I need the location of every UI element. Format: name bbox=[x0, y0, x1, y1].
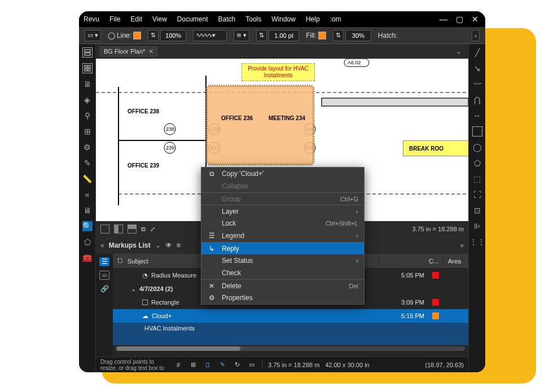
ctx-properties[interactable]: ⚙ Properties bbox=[201, 292, 364, 304]
file-access-icon[interactable]: 🗎 bbox=[82, 79, 93, 89]
close-tab-icon[interactable]: ✕ bbox=[148, 48, 153, 55]
toolbar-overflow-button[interactable]: › bbox=[472, 30, 480, 41]
thumbnails-icon[interactable] bbox=[82, 47, 93, 58]
signatures-icon[interactable]: ✎ bbox=[82, 158, 93, 168]
window-close-button[interactable]: ✕ bbox=[469, 14, 481, 25]
toolbox-icon[interactable]: 🧰 bbox=[82, 253, 93, 263]
grid-snap-icon[interactable]: # bbox=[174, 360, 183, 369]
studio-icon[interactable]: 🖥 bbox=[82, 205, 93, 215]
measure-icon[interactable]: 📏 bbox=[82, 174, 93, 184]
reuse-icon[interactable]: ↻ bbox=[232, 360, 241, 369]
linewidth-stepper-toggle[interactable]: ⇅ bbox=[256, 30, 267, 41]
tab-list-dropdown[interactable]: ⌄ bbox=[453, 46, 465, 56]
settings-icon[interactable]: ⚙ bbox=[82, 142, 93, 152]
delete-icon: ✕ bbox=[207, 282, 216, 290]
ctx-reply[interactable]: ↳ Reply bbox=[201, 242, 364, 254]
col-color[interactable]: C... bbox=[424, 258, 443, 265]
align-tool-icon[interactable]: ⊫ bbox=[472, 221, 482, 231]
fit-page-icon[interactable]: ⤢ bbox=[150, 226, 155, 233]
cloud-icon: ☁ bbox=[142, 312, 148, 320]
wave-style-dropdown[interactable]: ≋ ▾ bbox=[234, 30, 249, 41]
ctx-layer[interactable]: Layer › bbox=[201, 205, 364, 217]
zoom-stepper-toggle[interactable]: ⇅ bbox=[148, 30, 159, 41]
ctx-legend[interactable]: ☰ Legend › bbox=[201, 230, 364, 242]
grid-icon[interactable] bbox=[82, 63, 93, 73]
search-icon[interactable]: 🔍 bbox=[82, 221, 93, 231]
markups-dropdown-icon[interactable]: ⌄ bbox=[155, 241, 161, 249]
polygon-tool-icon[interactable]: ⬠ bbox=[472, 158, 482, 168]
ctx-copy[interactable]: ⧉ Copy 'Cloud+' bbox=[201, 168, 364, 180]
line-width-input[interactable] bbox=[269, 30, 299, 41]
snap-content-icon[interactable]: 🗋 bbox=[203, 360, 212, 369]
col-checkbox-icon[interactable]: ☐ bbox=[113, 257, 123, 265]
sets-icon[interactable]: ⬠ bbox=[82, 237, 93, 247]
drag-hint-text: Drag control points to resize, or drag t… bbox=[100, 359, 168, 371]
split-vertical-icon[interactable] bbox=[114, 224, 123, 234]
zoom-input[interactable] bbox=[160, 30, 186, 41]
layers-icon[interactable]: ◈ bbox=[82, 95, 93, 105]
markups-list-view-icon[interactable]: ☰ bbox=[99, 257, 109, 266]
shape-dropdown[interactable]: ▭ ▾ bbox=[85, 30, 101, 41]
image-tool-icon[interactable]: ⊡ bbox=[472, 205, 482, 215]
window-maximize-button[interactable]: ▢ bbox=[454, 14, 465, 25]
menu-revu[interactable]: Revu bbox=[84, 15, 99, 23]
markups-menu-icon[interactable]: ≡ bbox=[177, 241, 181, 249]
crop-tool-icon[interactable]: ⛶ bbox=[472, 190, 482, 200]
window-minimize-button[interactable]: — bbox=[438, 14, 449, 25]
line-style-dropdown[interactable]: ∿∿∿∿ ▾ bbox=[193, 30, 227, 41]
arc-tool-icon[interactable]: ⋂ bbox=[472, 95, 482, 105]
markup-reply-row[interactable]: HVAC Instalments bbox=[113, 323, 468, 345]
pen-tool-icon[interactable]: ╱ bbox=[472, 47, 482, 58]
menu-file[interactable]: File bbox=[109, 15, 120, 23]
collapse-left-icon[interactable]: « bbox=[82, 190, 93, 200]
document-tab[interactable]: BG Floor Plan* ✕ bbox=[99, 46, 158, 57]
opacity-input[interactable] bbox=[345, 30, 371, 41]
submenu-arrow-icon: › bbox=[356, 257, 358, 265]
line-color-swatch[interactable] bbox=[133, 32, 141, 39]
menu-batch[interactable]: Batch bbox=[218, 15, 236, 23]
menu-tools[interactable]: Tools bbox=[245, 15, 261, 23]
split-horizontal-icon[interactable] bbox=[128, 224, 137, 234]
svg-rect-3 bbox=[88, 65, 90, 68]
opacity-stepper-toggle[interactable]: ⇅ bbox=[333, 30, 344, 41]
snap-icon[interactable]: ⊞ bbox=[188, 360, 197, 369]
menu-window[interactable]: Window bbox=[271, 15, 296, 23]
ctx-check[interactable]: Check bbox=[201, 267, 364, 279]
cloud-markup[interactable] bbox=[207, 86, 314, 165]
ctx-group: Group Ctrl+G bbox=[201, 192, 364, 205]
markup-row-cloud[interactable]: ☁ Cloud+ 5:15 PM bbox=[113, 309, 468, 323]
polyline-tool-icon[interactable]: 〰 bbox=[472, 79, 482, 89]
snap-markup-icon[interactable]: ✎ bbox=[218, 360, 227, 369]
menu-help[interactable]: Help bbox=[306, 15, 320, 23]
menu-edit[interactable]: Edit bbox=[130, 15, 142, 23]
visibility-toggle-icon[interactable]: 👁 bbox=[165, 241, 172, 249]
menu-document[interactable]: Document bbox=[177, 15, 208, 23]
submenu-arrow-icon: › bbox=[356, 232, 358, 240]
markups-links-icon[interactable]: 🔗 bbox=[99, 284, 109, 293]
rectangle-tool-icon[interactable] bbox=[472, 126, 482, 136]
titlebar: Revu File Edit View Document Batch Tools… bbox=[79, 11, 485, 27]
col-area[interactable]: Area bbox=[443, 258, 468, 265]
markups-3d-icon[interactable]: 3D bbox=[99, 271, 109, 280]
places-icon[interactable]: ⚲ bbox=[82, 111, 93, 121]
split-none-icon[interactable] bbox=[100, 224, 109, 234]
color-wheel-icon[interactable]: ◯ bbox=[108, 32, 115, 39]
dimension-tool-icon[interactable]: ↔ bbox=[472, 111, 482, 121]
cloud-tool-icon[interactable]: ⬚ bbox=[472, 174, 482, 184]
menu-view[interactable]: View bbox=[152, 15, 167, 23]
arrow-tool-icon[interactable]: ↘ bbox=[472, 63, 482, 73]
ellipse-tool-icon[interactable]: ◯ bbox=[472, 142, 482, 152]
room-label-meeting234: MEETING 234 bbox=[269, 115, 305, 121]
collapse-markups-icon[interactable]: « bbox=[100, 241, 104, 249]
sync-view-icon[interactable]: ▭ bbox=[247, 360, 256, 369]
ctx-lock[interactable]: Lock Ctrl+Shift+L bbox=[201, 217, 364, 230]
markups-expand-icon[interactable]: » bbox=[460, 241, 464, 249]
ctx-set-status[interactable]: Set Status › bbox=[201, 254, 364, 267]
fill-color-swatch[interactable] bbox=[318, 32, 326, 39]
ctx-delete[interactable]: ✕ Delete Del bbox=[201, 279, 364, 292]
one-full-page-icon[interactable]: ⧉ bbox=[141, 226, 146, 233]
markups-horizontal-scrollbar[interactable] bbox=[116, 346, 465, 351]
callout-note[interactable]: Provide layout for HVAC Instalments bbox=[241, 63, 315, 81]
spaces-icon[interactable]: ⊞ bbox=[82, 126, 93, 136]
count-tool-icon[interactable]: ⋮⋮ bbox=[472, 237, 482, 247]
